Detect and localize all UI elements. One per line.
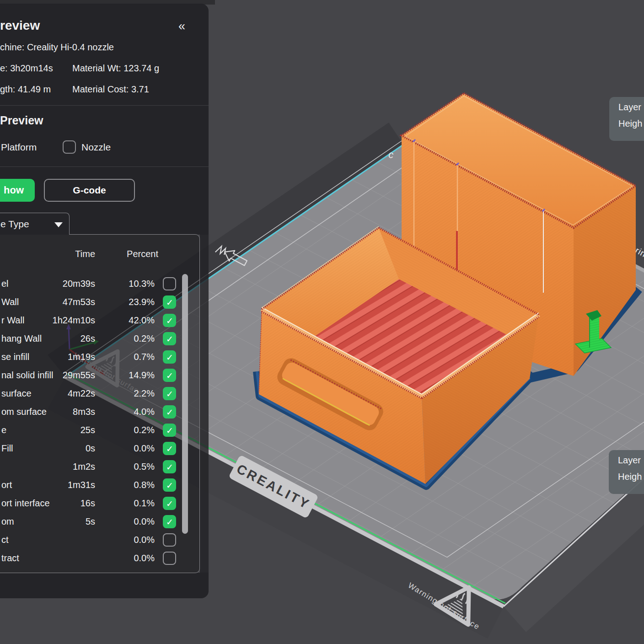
line-type-time: 5s xyxy=(30,516,95,527)
line-type-percent: 2.2% xyxy=(114,388,155,399)
line-type-time: 47m53s xyxy=(30,297,95,307)
row-visibility-checkbox[interactable] xyxy=(163,552,176,565)
line-type-percent: 0.8% xyxy=(114,480,155,490)
line-type-label: ct xyxy=(1,535,9,545)
line-type-percent: 0.2% xyxy=(114,333,155,344)
machine-label: chine: Creality Hi-0.4 nozzle xyxy=(0,42,114,53)
row-visibility-checkbox[interactable] xyxy=(163,478,176,492)
row-visibility-checkbox[interactable] xyxy=(163,405,176,419)
table-row: se infill1m19s0.7% xyxy=(0,348,199,366)
line-type-time: 1h24m10s xyxy=(30,315,95,326)
table-row: ort1m31s0.8% xyxy=(0,476,199,494)
print-time: e: 3h20m14s xyxy=(0,63,53,74)
column-header-percent: Percent xyxy=(114,249,158,259)
line-type-label: om xyxy=(1,516,14,527)
table-row: ct0.0% xyxy=(0,531,199,549)
nozzle-checkbox[interactable] xyxy=(63,140,76,154)
line-type-percent: 0.0% xyxy=(114,553,155,564)
line-type-label: e xyxy=(1,425,6,435)
row-visibility-checkbox[interactable] xyxy=(163,369,176,382)
row-visibility-checkbox[interactable] xyxy=(163,442,176,455)
show-button[interactable]: how xyxy=(0,179,35,202)
app-window: print s c Warning hot surface CREALITY xyxy=(0,0,644,644)
table-row: om5s0.0% xyxy=(0,513,199,531)
sidebar-filler xyxy=(200,235,209,573)
row-visibility-checkbox[interactable] xyxy=(163,533,176,547)
preview-section-title: Preview xyxy=(0,114,43,127)
line-type-time: 1m31s xyxy=(30,480,95,490)
collapse-panel-icon[interactable]: « xyxy=(178,19,185,33)
table-row: Wall47m53s23.9% xyxy=(0,293,199,311)
layer-label: Layer xyxy=(618,102,644,113)
line-type-time: 20m39s xyxy=(30,279,95,289)
line-type-percent: 0.7% xyxy=(114,352,155,362)
line-type-percent: 14.9% xyxy=(114,370,155,381)
height-label: Heigh xyxy=(618,118,644,129)
row-visibility-checkbox[interactable] xyxy=(163,332,176,345)
table-scrollbar[interactable] xyxy=(182,274,188,534)
line-type-label: se infill xyxy=(1,352,29,362)
height-label: Heigh xyxy=(618,472,644,482)
table-row: hang Wall26s0.2% xyxy=(0,330,199,348)
line-type-label: ort xyxy=(1,480,12,490)
header-section: « review chine: Creality Hi-0.4 nozzle e… xyxy=(0,4,209,106)
line-type-time: 1m2s xyxy=(30,462,95,472)
line-type-percent: 42.0% xyxy=(114,315,155,326)
row-visibility-checkbox[interactable] xyxy=(163,295,176,309)
line-type-time: 8m3s xyxy=(30,407,95,417)
line-type-time: 16s xyxy=(30,498,95,509)
layer-slider-tooltip-top: Layer Heigh xyxy=(609,97,644,141)
platform-checkbox-label: Platform xyxy=(1,142,37,153)
line-type-time: 25s xyxy=(30,425,95,435)
line-type-time: 26s xyxy=(30,333,95,344)
line-type-percent: 0.0% xyxy=(114,516,155,527)
line-type-label: surface xyxy=(1,388,32,399)
table-row: Fill0s0.0% xyxy=(0,440,199,458)
material-cost: Material Cost: 3.71 xyxy=(72,84,149,95)
gcode-button[interactable]: G-code xyxy=(44,179,135,202)
line-type-dropdown[interactable]: e Type xyxy=(0,213,70,235)
line-type-percent: 0.2% xyxy=(114,425,155,435)
row-visibility-checkbox[interactable] xyxy=(163,314,176,327)
layer-label: Layer xyxy=(618,455,644,466)
line-type-percent: 23.9% xyxy=(114,297,155,307)
line-type-percent: 4.0% xyxy=(114,407,155,417)
line-type-label: Fill xyxy=(1,443,13,454)
table-row: r Wall1h24m10s42.0% xyxy=(0,311,199,330)
table-row: e25s0.2% xyxy=(0,421,199,440)
line-type-percent: 0.0% xyxy=(114,443,155,454)
filament-length: gth: 41.49 m xyxy=(0,84,51,95)
line-type-percent: 10.3% xyxy=(114,279,155,289)
line-type-time: 4m22s xyxy=(30,388,95,399)
line-type-percent: 0.1% xyxy=(114,498,155,509)
layer-slider-tooltip-bottom: Layer Heigh xyxy=(609,450,644,494)
row-visibility-checkbox[interactable] xyxy=(163,350,176,364)
row-visibility-checkbox[interactable] xyxy=(163,424,176,437)
sidebar-bottom xyxy=(0,573,209,598)
row-visibility-checkbox[interactable] xyxy=(163,497,176,510)
table-row: ort interface16s0.1% xyxy=(0,494,199,513)
line-type-time: 0s xyxy=(30,443,95,454)
table-row: surface4m22s2.2% xyxy=(0,385,199,403)
material-weight: Material Wt: 123.74 g xyxy=(72,63,159,74)
line-type-table: Time Percent el20m39s10.3%Wall47m53s23.9… xyxy=(0,234,200,573)
preview-options-section: Preview Platform Nozzle xyxy=(0,106,209,167)
line-type-label: r Wall xyxy=(1,315,24,326)
line-type-time: 1m19s xyxy=(30,352,95,362)
table-row: tract0.0% xyxy=(0,549,199,568)
column-header-time: Time xyxy=(30,249,95,259)
chevron-down-icon xyxy=(54,222,63,227)
preview-sidebar: « review chine: Creality Hi-0.4 nozzle e… xyxy=(0,4,209,598)
line-type-label: tract xyxy=(1,553,19,564)
row-visibility-checkbox[interactable] xyxy=(163,460,176,473)
line-type-label: Wall xyxy=(1,297,19,307)
table-row: nal solid infill29m55s14.9% xyxy=(0,366,199,385)
line-type-dropdown-label: e Type xyxy=(0,219,29,230)
line-type-label: el xyxy=(1,279,9,289)
row-visibility-checkbox[interactable] xyxy=(163,515,176,528)
row-visibility-checkbox[interactable] xyxy=(163,387,176,400)
table-row: el20m39s10.3% xyxy=(0,275,199,293)
nozzle-checkbox-label: Nozzle xyxy=(81,142,111,153)
row-visibility-checkbox[interactable] xyxy=(163,277,176,290)
line-type-percent: 0.5% xyxy=(114,462,155,472)
